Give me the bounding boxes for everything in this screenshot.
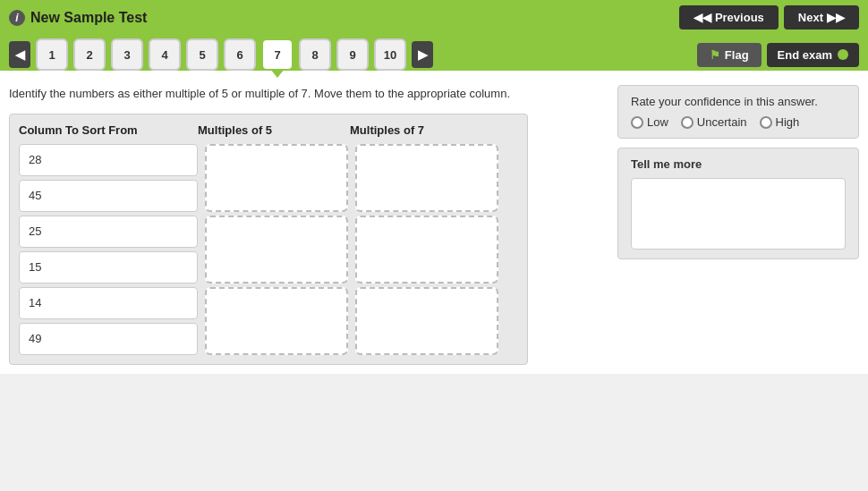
flag-label: Flag bbox=[725, 48, 749, 62]
next-question-arrow[interactable]: ▶ bbox=[412, 41, 433, 68]
tell-more-title: Tell me more bbox=[631, 157, 846, 171]
col3-header: Multiples of 7 bbox=[350, 123, 502, 137]
end-exam-label: End exam bbox=[778, 48, 832, 62]
question-number-1[interactable]: 1 bbox=[36, 38, 68, 71]
confidence-high-option[interactable]: High bbox=[760, 115, 800, 129]
drop-zone-5-1[interactable] bbox=[205, 144, 348, 212]
question-number-5[interactable]: 5 bbox=[186, 38, 218, 71]
confidence-low-option[interactable]: Low bbox=[631, 115, 668, 129]
source-item-25[interactable]: 25 bbox=[19, 216, 198, 248]
high-radio-button[interactable] bbox=[760, 116, 772, 129]
app-title-section: i New Sample Test bbox=[9, 10, 147, 26]
question-number-3[interactable]: 3 bbox=[111, 38, 143, 71]
next-label: Next bbox=[798, 11, 823, 24]
confidence-title: Rate your confidence in this answer. bbox=[631, 95, 846, 108]
prev-question-arrow[interactable]: ◀ bbox=[9, 41, 30, 68]
info-icon: i bbox=[9, 10, 25, 26]
end-exam-button[interactable]: End exam bbox=[767, 43, 859, 67]
q-bar-right-controls: ⚑ Flag End exam bbox=[697, 43, 859, 67]
drop-zone-7-1[interactable] bbox=[355, 144, 498, 212]
uncertain-radio-button[interactable] bbox=[681, 116, 694, 129]
col2-header: Multiples of 5 bbox=[198, 123, 350, 137]
question-number-4[interactable]: 4 bbox=[149, 38, 181, 71]
multiples-of-7-column bbox=[355, 144, 498, 355]
flag-button[interactable]: ⚑ Flag bbox=[697, 43, 762, 67]
question-number-2[interactable]: 2 bbox=[73, 38, 106, 71]
drop-zone-5-3[interactable] bbox=[205, 287, 348, 355]
top-navigation: ◀◀ Previous Next ▶▶ bbox=[679, 5, 859, 30]
previous-arrow-icon: ◀◀ bbox=[694, 11, 711, 24]
confidence-uncertain-option[interactable]: Uncertain bbox=[681, 115, 747, 129]
question-number-6[interactable]: 6 bbox=[224, 38, 256, 71]
flag-icon: ⚑ bbox=[710, 48, 720, 62]
confidence-uncertain-label: Uncertain bbox=[697, 115, 747, 129]
top-bar: i New Sample Test ◀◀ Previous Next ▶▶ bbox=[0, 0, 868, 35]
drop-zone-7-3[interactable] bbox=[355, 287, 498, 355]
previous-label: Previous bbox=[715, 11, 764, 24]
question-number-9[interactable]: 9 bbox=[336, 38, 369, 71]
target-columns bbox=[205, 144, 498, 355]
sort-header: Column To Sort From Multiples of 5 Multi… bbox=[19, 123, 518, 137]
next-button[interactable]: Next ▶▶ bbox=[784, 5, 859, 30]
question-text: Identify the numbers as either multiple … bbox=[9, 85, 603, 103]
question-number-10[interactable]: 10 bbox=[374, 38, 406, 71]
multiples-of-5-column bbox=[205, 144, 348, 355]
tell-more-textarea[interactable] bbox=[631, 178, 846, 250]
sort-rows: 28 45 25 15 14 49 bbox=[19, 144, 518, 355]
confidence-options: Low Uncertain High bbox=[631, 115, 846, 129]
sort-container: Column To Sort From Multiples of 5 Multi… bbox=[9, 114, 528, 365]
green-status-dot bbox=[838, 49, 848, 60]
left-panel: Identify the numbers as either multiple … bbox=[9, 85, 603, 365]
confidence-box: Rate your confidence in this answer. Low… bbox=[617, 85, 859, 139]
drop-zone-5-2[interactable] bbox=[205, 216, 348, 284]
main-content: Identify the numbers as either multiple … bbox=[0, 71, 868, 374]
confidence-low-label: Low bbox=[647, 115, 668, 129]
source-item-45[interactable]: 45 bbox=[19, 180, 198, 212]
drop-zone-7-2[interactable] bbox=[355, 216, 498, 284]
app-title: New Sample Test bbox=[30, 10, 147, 26]
source-item-14[interactable]: 14 bbox=[19, 287, 198, 319]
confidence-high-label: High bbox=[776, 115, 800, 129]
previous-button[interactable]: ◀◀ Previous bbox=[679, 5, 779, 30]
col1-header: Column To Sort From bbox=[19, 123, 198, 137]
source-column: 28 45 25 15 14 49 bbox=[19, 144, 198, 355]
low-radio-button[interactable] bbox=[631, 116, 643, 129]
tell-me-more-box: Tell me more bbox=[617, 148, 859, 259]
question-number-7[interactable]: 7 bbox=[261, 38, 294, 71]
question-number-8[interactable]: 8 bbox=[299, 38, 331, 71]
right-panel: Rate your confidence in this answer. Low… bbox=[617, 85, 859, 365]
source-item-28[interactable]: 28 bbox=[19, 144, 198, 176]
next-arrow-icon: ▶▶ bbox=[827, 11, 845, 24]
source-item-15[interactable]: 15 bbox=[19, 251, 198, 284]
question-bar: ◀ 1 2 3 4 5 6 7 8 9 10 ▶ ⚑ Flag End exam bbox=[0, 35, 868, 71]
source-item-49[interactable]: 49 bbox=[19, 323, 198, 355]
